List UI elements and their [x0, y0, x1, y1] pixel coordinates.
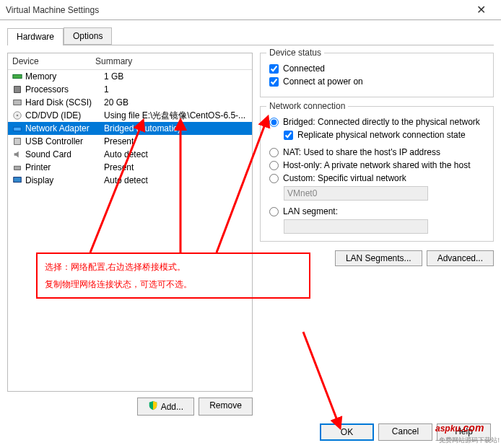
- device-row-display[interactable]: DisplayAuto detect: [8, 174, 252, 187]
- titlebar: Virtual Machine Settings ✕: [0, 0, 501, 20]
- device-name: CD/DVD (IDE): [25, 109, 104, 122]
- printer-icon: [12, 162, 22, 172]
- svg-rect-1: [14, 87, 21, 93]
- col-summary[interactable]: Summary: [91, 53, 252, 69]
- replicate-input[interactable]: [284, 131, 293, 140]
- device-name: Printer: [25, 161, 104, 174]
- nat-label: NAT: Used to share the host's IP address: [283, 147, 440, 157]
- bridged-label: Bridged: Connected directly to the physi…: [283, 117, 480, 127]
- bridged-input[interactable]: [269, 118, 279, 127]
- replicate-label: Replicate physical network connection st…: [297, 130, 466, 140]
- cancel-button[interactable]: Cancel: [378, 423, 432, 441]
- device-row-printer[interactable]: PrinterPresent: [8, 161, 252, 174]
- window-title: Virtual Machine Settings: [6, 5, 466, 15]
- hostonly-label: Host-only: A private network shared with…: [283, 160, 470, 170]
- lan-select: [284, 219, 428, 234]
- net-icon: [12, 123, 22, 133]
- device-name: Network Adapter: [25, 122, 104, 135]
- device-row-net[interactable]: Network AdapterBridged (Automatic): [8, 122, 252, 135]
- cd-icon: [12, 110, 22, 120]
- lan-segments-button[interactable]: LAN Segments...: [335, 250, 422, 266]
- annotation-line1: 选择：网络配置,右边选择桥接模式。: [45, 258, 302, 276]
- annotation-box: 选择：网络配置,右边选择桥接模式。 复制物理网络连接状态，可选可不选。: [36, 252, 310, 299]
- connected-input[interactable]: [269, 64, 279, 74]
- tab-hardware[interactable]: Hardware: [7, 28, 64, 45]
- connect-power-label: Connect at power on: [283, 76, 363, 87]
- svg-rect-8: [14, 177, 22, 183]
- device-row-usb[interactable]: USB ControllerPresent: [8, 135, 252, 148]
- add-label: Add...: [161, 402, 183, 412]
- svg-rect-5: [14, 127, 22, 131]
- device-name: Display: [25, 174, 104, 187]
- watermark-main: aspku: [435, 423, 461, 434]
- connect-power-checkbox[interactable]: Connect at power on: [269, 76, 484, 87]
- tabs: Hardware Options: [7, 27, 494, 45]
- device-name: Hard Disk (SCSI): [25, 96, 104, 109]
- device-name: USB Controller: [25, 135, 104, 148]
- sound-icon: [12, 149, 22, 159]
- device-row-cd[interactable]: CD/DVD (IDE)Using file E:\光盘镜像\CentOS-6.…: [8, 109, 252, 122]
- device-summary: Using file E:\光盘镜像\CentOS-6.5-...: [104, 109, 248, 122]
- device-summary: Auto detect: [104, 148, 248, 161]
- memory-icon: [12, 71, 22, 82]
- device-status-title: Device status: [266, 48, 324, 58]
- vmnet-select: VMnet0: [284, 186, 428, 201]
- cpu-icon: [12, 84, 22, 95]
- annotation-line2: 复制物理网络连接状态，可选可不选。: [45, 276, 302, 293]
- tab-options[interactable]: Options: [64, 27, 112, 45]
- svg-point-4: [17, 115, 19, 117]
- device-name: Processors: [25, 83, 104, 96]
- lan-label: LAN segment:: [283, 206, 338, 216]
- remove-button[interactable]: Remove: [199, 398, 253, 416]
- device-summary: Present: [104, 161, 248, 174]
- connected-label: Connected: [283, 63, 325, 74]
- watermark-suffix: .com: [461, 422, 484, 434]
- network-connection-group: Network connection Bridged: Connected di…: [260, 106, 494, 242]
- col-device[interactable]: Device: [8, 53, 91, 69]
- svg-rect-0: [13, 74, 22, 78]
- shield-icon: [148, 400, 158, 413]
- device-row-memory[interactable]: Memory1 GB: [8, 70, 252, 83]
- custom-label: Custom: Specific virtual network: [283, 173, 406, 183]
- advanced-button[interactable]: Advanced...: [427, 250, 494, 266]
- custom-input[interactable]: [269, 174, 279, 183]
- svg-rect-7: [14, 166, 21, 170]
- device-status-group: Device status Connected Connect at power…: [260, 53, 494, 97]
- device-list: Device Summary Memory1 GBProcessors1Hard…: [7, 53, 253, 392]
- close-icon[interactable]: ✕: [466, 3, 495, 17]
- network-title: Network connection: [266, 101, 348, 111]
- hostonly-radio[interactable]: Host-only: A private network shared with…: [269, 160, 484, 170]
- device-name: Memory: [25, 70, 104, 83]
- device-summary: Bridged (Automatic): [104, 122, 248, 135]
- usb-icon: [12, 136, 22, 146]
- lan-input[interactable]: [269, 207, 279, 216]
- replicate-checkbox[interactable]: Replicate physical network connection st…: [284, 130, 484, 140]
- device-summary: 1 GB: [104, 70, 248, 83]
- nat-radio[interactable]: NAT: Used to share the host's IP address: [269, 147, 484, 157]
- watermark-sub: - 免费网站源码下载站!: [435, 436, 500, 445]
- lan-radio[interactable]: LAN segment:: [269, 206, 484, 216]
- device-row-sound[interactable]: Sound CardAuto detect: [8, 148, 252, 161]
- device-summary: 1: [104, 83, 248, 96]
- svg-rect-6: [14, 139, 21, 145]
- list-header: Device Summary: [8, 53, 252, 70]
- nat-input[interactable]: [269, 148, 279, 157]
- watermark: aspku.com - 免费网站源码下载站!: [435, 416, 500, 445]
- svg-rect-2: [14, 100, 22, 105]
- device-summary: 20 GB: [104, 96, 248, 109]
- device-name: Sound Card: [25, 148, 104, 161]
- hostonly-input[interactable]: [269, 161, 279, 170]
- device-summary: Auto detect: [104, 174, 248, 187]
- connect-power-input[interactable]: [269, 77, 279, 87]
- add-button[interactable]: Add...: [137, 398, 194, 416]
- connected-checkbox[interactable]: Connected: [269, 63, 484, 74]
- bridged-radio[interactable]: Bridged: Connected directly to the physi…: [269, 117, 484, 127]
- custom-radio[interactable]: Custom: Specific virtual network: [269, 173, 484, 183]
- ok-button[interactable]: OK: [320, 423, 374, 441]
- disk-icon: [12, 97, 22, 107]
- device-row-disk[interactable]: Hard Disk (SCSI)20 GB: [8, 96, 252, 109]
- device-row-cpu[interactable]: Processors1: [8, 83, 252, 96]
- display-icon: [12, 175, 22, 185]
- device-summary: Present: [104, 135, 248, 148]
